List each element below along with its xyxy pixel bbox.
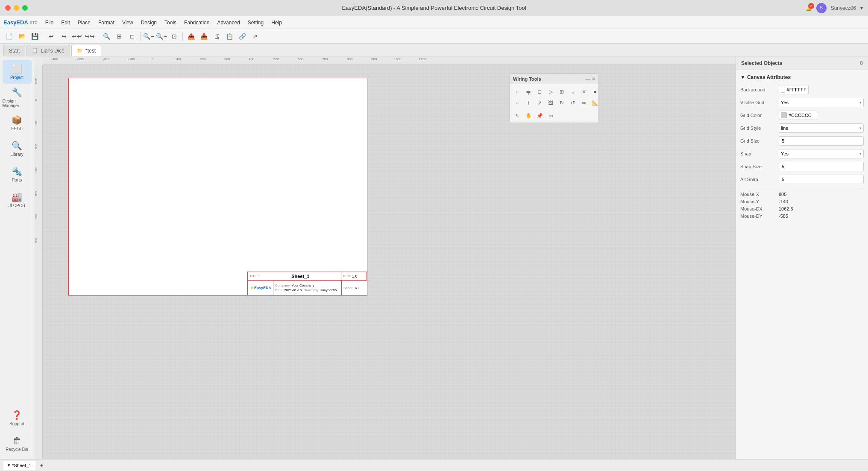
add-sheet-button[interactable]: +	[37, 461, 46, 470]
sheet-tab-1[interactable]: ▾ *Sheet_1	[3, 461, 35, 470]
menu-help[interactable]: Help	[268, 18, 285, 27]
tab-liars-dice[interactable]: 📋 Liar's Dice	[26, 45, 70, 56]
canvas-attrs-collapse-icon[interactable]: ▼	[740, 74, 745, 80]
bottom-bar: ▾ *Sheet_1 +	[0, 459, 868, 471]
rotate-cw-tool[interactable]: ↻	[557, 98, 567, 108]
mouse-y-row: Mouse-Y -140	[740, 199, 864, 204]
wiring-tools-content: ⌐ ╤ ⊏ ▷ ⊞ ⏚ ✕ ● ⌐ T ↗ 🖼 ↻ ↺ ⇔ 📐	[510, 84, 598, 111]
text-tool[interactable]: T	[523, 98, 534, 108]
junction-tool[interactable]: ●	[590, 87, 600, 97]
wiring-tools-expand[interactable]: ×	[592, 76, 595, 82]
grid-size-value[interactable]: 5	[779, 136, 864, 146]
net-port-tool[interactable]: ▷	[545, 87, 556, 97]
gerber-btn[interactable]: 🖨	[211, 31, 222, 42]
sidebar-item-parts[interactable]: 🔩 Parts	[3, 162, 32, 186]
grid-style-select[interactable]: line ▾	[779, 123, 864, 133]
tab-test[interactable]: 📁 *test	[71, 45, 101, 56]
attr-row-grid-size: Grid Size 5	[740, 136, 864, 146]
alt-snap-value[interactable]: 5	[779, 175, 864, 184]
bg-color-picker[interactable]: #FFFFFF	[779, 85, 809, 94]
menu-edit[interactable]: Edit	[58, 18, 73, 27]
ruler-horizontal: -400 -300 -200 -100 0 100 200 300 400 50…	[43, 56, 736, 65]
bom-btn[interactable]: 📋	[224, 31, 235, 42]
pan-tool[interactable]: ✋	[523, 111, 534, 121]
mirror-tool[interactable]: ⇔	[579, 98, 589, 108]
bus-entry-tool[interactable]: ⌐	[512, 98, 522, 108]
canvas-area[interactable]: -400 -300 -200 -100 0 100 200 300 400 50…	[34, 56, 736, 459]
open-file-btn[interactable]: 📂	[16, 31, 27, 42]
sidebar-item-recycle-bin[interactable]: 🗑 Recycle Bin	[3, 432, 32, 456]
canvas-content[interactable]: TITLE: Sheet_1 REV: 1.0 ⚡EasyEDA	[43, 65, 736, 459]
maximize-button[interactable]	[22, 5, 28, 11]
visible-grid-select[interactable]: Yes ▾	[779, 98, 864, 107]
search-btn[interactable]: 🔍	[101, 31, 112, 42]
mouse-dy-value: -585	[779, 214, 788, 219]
close-button[interactable]	[5, 5, 11, 11]
canvas-attributes-panel: ▼ Canvas Attributes Background #FFFFFF V…	[736, 70, 868, 225]
menu-setting[interactable]: Setting	[244, 18, 267, 27]
power-tool[interactable]: ⏚	[568, 87, 578, 97]
menu-fabrication[interactable]: Fabrication	[181, 18, 213, 27]
sidebar-item-library[interactable]: 🔍 Library	[3, 137, 32, 161]
undo2-btn[interactable]: ↩↩	[71, 31, 82, 42]
menu-format[interactable]: Format	[95, 18, 118, 27]
schematic-sheet[interactable]: TITLE: Sheet_1 REV: 1.0 ⚡EasyEDA	[68, 78, 367, 295]
align-btn[interactable]: ⊏	[126, 31, 138, 42]
snap-btn[interactable]: ⊞	[114, 31, 125, 42]
sheet-tab-dropdown[interactable]: ▾	[8, 462, 10, 468]
menu-advanced[interactable]: Advanced	[214, 18, 243, 27]
save-btn[interactable]: 💾	[29, 31, 40, 42]
menu-view[interactable]: View	[119, 18, 137, 27]
no-connect-tool[interactable]: ✕	[579, 87, 589, 97]
attr-row-snap-size: Snap Size 5	[740, 161, 864, 172]
visible-grid-label: Visible Grid	[740, 100, 779, 105]
menu-design[interactable]: Design	[138, 18, 160, 27]
measure-tool[interactable]: 📐	[590, 98, 600, 108]
sidebar-item-design-manager[interactable]: 🔧 Design Manager	[3, 85, 32, 109]
wiring-tools-collapse[interactable]: —	[585, 76, 590, 82]
undo-btn[interactable]: ↩	[46, 31, 57, 42]
snap-size-value[interactable]: 5	[779, 162, 864, 171]
export-btn[interactable]: 📤	[185, 31, 196, 42]
new-file-btn[interactable]: 📄	[3, 31, 15, 42]
grid-size-label: Grid Size	[740, 138, 779, 143]
select-tool[interactable]: ↖	[512, 111, 522, 121]
grid-color-picker[interactable]: #CCCCCC	[779, 111, 817, 120]
import-btn[interactable]: 📥	[198, 31, 209, 42]
zoom-in-btn[interactable]: 🔍+	[156, 31, 167, 42]
share-btn[interactable]: ↗	[249, 31, 261, 42]
menu-tools[interactable]: Tools	[161, 18, 180, 27]
sidebar-label-parts: Parts	[12, 178, 22, 182]
netlist-btn[interactable]: 🔗	[237, 31, 248, 42]
draw-tools-row: ↖ ✋ 📌 ▭	[510, 111, 598, 123]
rect-tool[interactable]: ▭	[545, 111, 556, 121]
sidebar-item-jlcpcb[interactable]: 🏭 JLCPCB	[3, 188, 32, 212]
notification-button[interactable]: 🔔 2	[806, 5, 812, 11]
menu-place[interactable]: Place	[74, 18, 94, 27]
sidebar-item-support[interactable]: ❓ Support	[3, 406, 32, 430]
arrow-tool[interactable]: ↗	[534, 98, 545, 108]
eelib-icon: 📦	[12, 115, 22, 125]
redo-btn[interactable]: ↪	[59, 31, 70, 42]
ruler-label: 900	[371, 57, 377, 61]
tab-start[interactable]: Start	[3, 45, 25, 56]
rotate-ccw-tool[interactable]: ↺	[568, 98, 578, 108]
bus-tool[interactable]: ╤	[523, 87, 534, 97]
snap-select[interactable]: Yes ▾	[779, 149, 864, 158]
avatar: S	[816, 3, 827, 13]
tab-liars-dice-label: Liar's Dice	[41, 48, 65, 54]
menu-file[interactable]: File	[42, 18, 57, 27]
tabs-bar: Start 📋 Liar's Dice 📁 *test	[0, 44, 868, 56]
zoom-fit-btn[interactable]: ⊡	[169, 31, 180, 42]
net-label-tool[interactable]: ⊏	[534, 87, 545, 97]
sidebar-item-eelib[interactable]: 📦 EELib	[3, 111, 32, 135]
title-block: TITLE: Sheet_1 REV: 1.0 ⚡EasyEDA	[247, 272, 367, 295]
wire-tool[interactable]: ⌐	[512, 87, 522, 97]
pin-tool[interactable]: 📌	[534, 111, 545, 121]
component-tool[interactable]: ⊞	[557, 87, 567, 97]
image-tool[interactable]: 🖼	[545, 98, 556, 108]
zoom-out-btn[interactable]: 🔍−	[143, 31, 154, 42]
sidebar-item-project[interactable]: ⬜ Project	[3, 60, 32, 84]
redo2-btn[interactable]: ↪↪	[84, 31, 95, 42]
minimize-button[interactable]	[14, 5, 19, 11]
